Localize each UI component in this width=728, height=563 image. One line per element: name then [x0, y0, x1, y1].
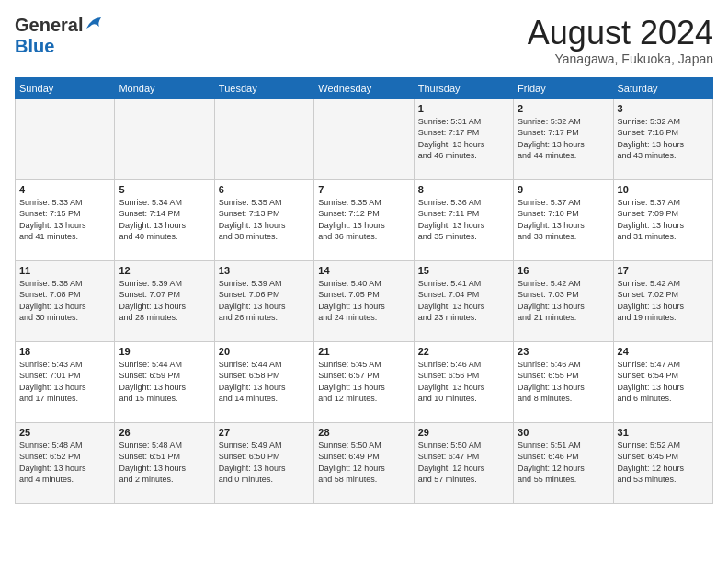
- day-header-sunday: Sunday: [16, 77, 115, 98]
- calendar-cell: [314, 98, 414, 179]
- day-info: Sunrise: 5:34 AM Sunset: 7:14 PM Dayligh…: [119, 197, 210, 243]
- day-info: Sunrise: 5:37 AM Sunset: 7:09 PM Dayligh…: [618, 197, 709, 243]
- calendar-cell: 30Sunrise: 5:51 AM Sunset: 6:46 PM Dayli…: [514, 422, 613, 503]
- day-number: 15: [418, 265, 509, 276]
- day-number: 24: [618, 346, 709, 357]
- calendar-week-row: 1Sunrise: 5:31 AM Sunset: 7:17 PM Daylig…: [16, 98, 713, 179]
- day-info: Sunrise: 5:38 AM Sunset: 7:08 PM Dayligh…: [19, 278, 110, 324]
- day-info: Sunrise: 5:49 AM Sunset: 6:50 PM Dayligh…: [219, 440, 310, 486]
- day-info: Sunrise: 5:37 AM Sunset: 7:10 PM Dayligh…: [518, 197, 609, 243]
- day-info: Sunrise: 5:39 AM Sunset: 7:07 PM Dayligh…: [119, 278, 210, 324]
- day-info: Sunrise: 5:35 AM Sunset: 7:13 PM Dayligh…: [219, 197, 310, 243]
- calendar-cell: 18Sunrise: 5:43 AM Sunset: 7:01 PM Dayli…: [16, 341, 115, 422]
- day-info: Sunrise: 5:32 AM Sunset: 7:17 PM Dayligh…: [518, 116, 609, 162]
- day-number: 29: [418, 427, 509, 438]
- day-header-wednesday: Wednesday: [314, 77, 414, 98]
- day-header-monday: Monday: [115, 77, 214, 98]
- day-number: 25: [19, 427, 110, 438]
- calendar-cell: 31Sunrise: 5:52 AM Sunset: 6:45 PM Dayli…: [613, 422, 712, 503]
- calendar-week-row: 4Sunrise: 5:33 AM Sunset: 7:15 PM Daylig…: [16, 179, 713, 260]
- day-info: Sunrise: 5:33 AM Sunset: 7:15 PM Dayligh…: [19, 197, 110, 243]
- day-info: Sunrise: 5:43 AM Sunset: 7:01 PM Dayligh…: [19, 359, 110, 405]
- calendar-cell: [115, 98, 214, 179]
- day-header-tuesday: Tuesday: [214, 77, 313, 98]
- day-number: 10: [618, 184, 709, 195]
- day-number: 6: [219, 184, 310, 195]
- day-number: 28: [318, 427, 409, 438]
- day-number: 16: [518, 265, 609, 276]
- calendar-cell: 10Sunrise: 5:37 AM Sunset: 7:09 PM Dayli…: [613, 179, 712, 260]
- day-number: 17: [618, 265, 709, 276]
- day-number: 30: [518, 427, 609, 438]
- logo: General Blue: [15, 15, 105, 57]
- calendar-cell: 25Sunrise: 5:48 AM Sunset: 6:52 PM Dayli…: [16, 422, 115, 503]
- calendar-cell: 5Sunrise: 5:34 AM Sunset: 7:14 PM Daylig…: [115, 179, 214, 260]
- calendar-cell: 12Sunrise: 5:39 AM Sunset: 7:07 PM Dayli…: [115, 260, 214, 341]
- page-header: General Blue August 2024 Yanagawa, Fukuo…: [15, 15, 713, 66]
- day-info: Sunrise: 5:48 AM Sunset: 6:52 PM Dayligh…: [19, 440, 110, 486]
- day-number: 21: [318, 346, 409, 357]
- day-number: 4: [19, 184, 110, 195]
- day-number: 31: [618, 427, 709, 438]
- calendar-cell: 8Sunrise: 5:36 AM Sunset: 7:11 PM Daylig…: [414, 179, 513, 260]
- day-info: Sunrise: 5:46 AM Sunset: 6:56 PM Dayligh…: [418, 359, 509, 405]
- calendar-cell: 7Sunrise: 5:35 AM Sunset: 7:12 PM Daylig…: [314, 179, 414, 260]
- calendar-cell: 2Sunrise: 5:32 AM Sunset: 7:17 PM Daylig…: [514, 98, 613, 179]
- day-number: 27: [219, 427, 310, 438]
- day-number: 12: [119, 265, 210, 276]
- calendar-cell: 4Sunrise: 5:33 AM Sunset: 7:15 PM Daylig…: [16, 179, 115, 260]
- day-info: Sunrise: 5:42 AM Sunset: 7:03 PM Dayligh…: [518, 278, 609, 324]
- calendar-cell: 11Sunrise: 5:38 AM Sunset: 7:08 PM Dayli…: [16, 260, 115, 341]
- day-info: Sunrise: 5:41 AM Sunset: 7:04 PM Dayligh…: [418, 278, 509, 324]
- day-number: 9: [518, 184, 609, 195]
- calendar-cell: 24Sunrise: 5:47 AM Sunset: 6:54 PM Dayli…: [613, 341, 712, 422]
- calendar-cell: 22Sunrise: 5:46 AM Sunset: 6:56 PM Dayli…: [414, 341, 513, 422]
- day-info: Sunrise: 5:32 AM Sunset: 7:16 PM Dayligh…: [618, 116, 709, 162]
- day-info: Sunrise: 5:31 AM Sunset: 7:17 PM Dayligh…: [418, 116, 509, 162]
- day-header-saturday: Saturday: [613, 77, 712, 98]
- day-info: Sunrise: 5:46 AM Sunset: 6:55 PM Dayligh…: [518, 359, 609, 405]
- calendar-cell: 23Sunrise: 5:46 AM Sunset: 6:55 PM Dayli…: [514, 341, 613, 422]
- logo-bird-icon: [85, 16, 105, 32]
- day-number: 7: [318, 184, 409, 195]
- calendar-cell: [214, 98, 313, 179]
- calendar-cell: 28Sunrise: 5:50 AM Sunset: 6:49 PM Dayli…: [314, 422, 414, 503]
- day-number: 20: [219, 346, 310, 357]
- day-info: Sunrise: 5:48 AM Sunset: 6:51 PM Dayligh…: [119, 440, 210, 486]
- logo-blue-text: Blue: [15, 36, 54, 56]
- calendar-cell: 16Sunrise: 5:42 AM Sunset: 7:03 PM Dayli…: [514, 260, 613, 341]
- day-number: 8: [418, 184, 509, 195]
- day-number: 14: [318, 265, 409, 276]
- day-info: Sunrise: 5:40 AM Sunset: 7:05 PM Dayligh…: [318, 278, 409, 324]
- calendar-table: SundayMondayTuesdayWednesdayThursdayFrid…: [15, 77, 713, 504]
- day-info: Sunrise: 5:45 AM Sunset: 6:57 PM Dayligh…: [318, 359, 409, 405]
- day-number: 1: [418, 103, 509, 114]
- day-info: Sunrise: 5:50 AM Sunset: 6:49 PM Dayligh…: [318, 440, 409, 486]
- day-number: 19: [119, 346, 210, 357]
- calendar-cell: 1Sunrise: 5:31 AM Sunset: 7:17 PM Daylig…: [414, 98, 513, 179]
- calendar-week-row: 18Sunrise: 5:43 AM Sunset: 7:01 PM Dayli…: [16, 341, 713, 422]
- month-title: August 2024: [528, 15, 713, 52]
- day-info: Sunrise: 5:36 AM Sunset: 7:11 PM Dayligh…: [418, 197, 509, 243]
- calendar-week-row: 11Sunrise: 5:38 AM Sunset: 7:08 PM Dayli…: [16, 260, 713, 341]
- day-number: 13: [219, 265, 310, 276]
- day-info: Sunrise: 5:47 AM Sunset: 6:54 PM Dayligh…: [618, 359, 709, 405]
- day-number: 2: [518, 103, 609, 114]
- day-info: Sunrise: 5:51 AM Sunset: 6:46 PM Dayligh…: [518, 440, 609, 486]
- day-number: 26: [119, 427, 210, 438]
- day-info: Sunrise: 5:44 AM Sunset: 6:58 PM Dayligh…: [219, 359, 310, 405]
- day-info: Sunrise: 5:52 AM Sunset: 6:45 PM Dayligh…: [618, 440, 709, 486]
- calendar-header-row: SundayMondayTuesdayWednesdayThursdayFrid…: [16, 77, 713, 98]
- calendar-cell: 20Sunrise: 5:44 AM Sunset: 6:58 PM Dayli…: [214, 341, 313, 422]
- calendar-cell: 21Sunrise: 5:45 AM Sunset: 6:57 PM Dayli…: [314, 341, 414, 422]
- calendar-cell: 27Sunrise: 5:49 AM Sunset: 6:50 PM Dayli…: [214, 422, 313, 503]
- calendar-week-row: 25Sunrise: 5:48 AM Sunset: 6:52 PM Dayli…: [16, 422, 713, 503]
- calendar-cell: 6Sunrise: 5:35 AM Sunset: 7:13 PM Daylig…: [214, 179, 313, 260]
- day-info: Sunrise: 5:42 AM Sunset: 7:02 PM Dayligh…: [618, 278, 709, 324]
- day-number: 5: [119, 184, 210, 195]
- day-number: 3: [618, 103, 709, 114]
- day-info: Sunrise: 5:39 AM Sunset: 7:06 PM Dayligh…: [219, 278, 310, 324]
- day-header-thursday: Thursday: [414, 77, 513, 98]
- day-number: 22: [418, 346, 509, 357]
- day-header-friday: Friday: [514, 77, 613, 98]
